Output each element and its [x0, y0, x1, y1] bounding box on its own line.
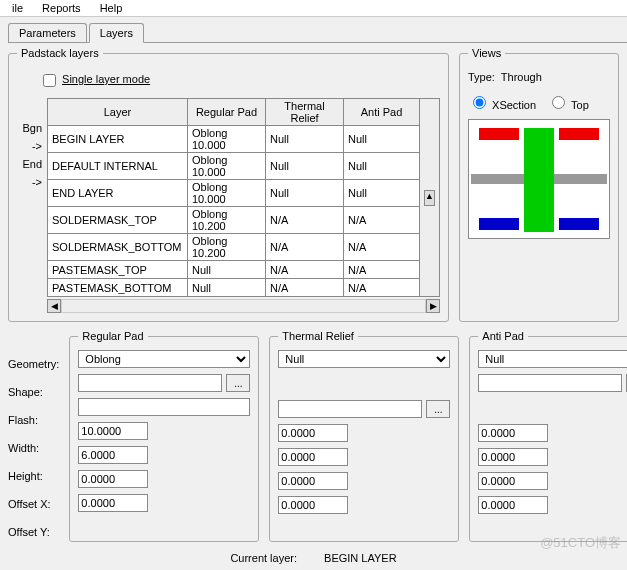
col-thermal[interactable]: Thermal Relief	[266, 99, 344, 126]
rowlabel-arrow-1[interactable]: ->	[17, 136, 47, 154]
rowlabel-7[interactable]	[17, 226, 47, 244]
regular-flash-input[interactable]	[78, 398, 250, 416]
menu-reports[interactable]: Reports	[34, 0, 89, 16]
table-row[interactable]: BEGIN LAYEROblong 10.000NullNull	[48, 126, 440, 153]
watermark: @51CTO博客	[540, 534, 621, 552]
table-row[interactable]: DEFAULT INTERNALOblong 10.000NullNull	[48, 153, 440, 180]
rowlabel-bgn[interactable]: Bgn	[17, 118, 47, 136]
tab-layers[interactable]: Layers	[89, 23, 144, 43]
table-row[interactable]: SOLDERMASK_BOTTOMOblong 10.200N/AN/A	[48, 234, 440, 261]
thermal-height-input[interactable]	[278, 448, 348, 466]
anti-legend: Anti Pad	[478, 330, 528, 342]
table-row[interactable]: SOLDERMASK_TOPOblong 10.200N/AN/A	[48, 207, 440, 234]
type-value: Through	[501, 71, 542, 83]
label-shape: Shape:	[8, 382, 59, 402]
thermal-geometry-select[interactable]: Null	[278, 350, 450, 368]
regular-height-input[interactable]	[78, 446, 148, 464]
hscrollbar[interactable]: ◀▶	[47, 299, 440, 313]
anti-height-input[interactable]	[478, 448, 548, 466]
rowlabel-5[interactable]	[17, 190, 47, 208]
anti-shape-input[interactable]	[478, 374, 622, 392]
radio-top[interactable]: Top	[547, 99, 589, 111]
thermal-oy-input[interactable]	[278, 496, 348, 514]
anti-ox-input[interactable]	[478, 472, 548, 490]
xsection-preview	[468, 119, 610, 239]
label-geometry: Geometry:	[8, 354, 59, 374]
rowlabel-end[interactable]: End	[17, 154, 47, 172]
label-height: Height:	[8, 466, 59, 486]
thermal-legend: Thermal Relief	[278, 330, 358, 342]
padstack-layers-group: Padstack layers Single layer mode Bgn ->…	[8, 47, 449, 322]
table-row[interactable]: END LAYEROblong 10.000NullNull	[48, 180, 440, 207]
thermal-flash-input[interactable]	[278, 400, 422, 418]
thermal-flash-browse[interactable]: ...	[426, 400, 450, 418]
single-layer-mode-label: Single layer mode	[62, 73, 150, 85]
regular-geometry-select[interactable]: Oblong	[78, 350, 250, 368]
regular-legend: Regular Pad	[78, 330, 147, 342]
label-flash: Flash:	[8, 410, 59, 430]
col-layer[interactable]: Layer	[48, 99, 188, 126]
single-layer-mode-checkbox[interactable]	[43, 74, 56, 87]
thermal-width-input[interactable]	[278, 424, 348, 442]
regular-shape-input[interactable]	[78, 374, 222, 392]
label-offsety: Offset Y:	[8, 522, 59, 542]
table-row[interactable]: PASTEMASK_BOTTOMNullN/AN/A	[48, 279, 440, 297]
regular-ox-input[interactable]	[78, 470, 148, 488]
anti-geometry-select[interactable]: Null	[478, 350, 627, 368]
row-label-column: Bgn -> End ->	[17, 98, 47, 297]
rowlabel-6[interactable]	[17, 208, 47, 226]
current-layer-row: Current layer: BEGIN LAYER	[8, 552, 619, 564]
menu-file[interactable]: ile	[4, 0, 31, 16]
tab-parameters[interactable]: Parameters	[8, 23, 87, 42]
layer-table[interactable]: Layer Regular Pad Thermal Relief Anti Pa…	[47, 98, 440, 297]
tab-row: Parameters Layers	[8, 23, 627, 43]
label-offsetx: Offset X:	[8, 494, 59, 514]
anti-pad-group: Anti Pad Null ...	[469, 330, 627, 542]
menu-help[interactable]: Help	[92, 0, 131, 16]
views-legend: Views	[468, 47, 505, 59]
label-width: Width:	[8, 438, 59, 458]
regular-width-input[interactable]	[78, 422, 148, 440]
current-layer-value: BEGIN LAYER	[324, 552, 397, 564]
regular-shape-browse[interactable]: ...	[226, 374, 250, 392]
col-regular[interactable]: Regular Pad	[188, 99, 266, 126]
regular-oy-input[interactable]	[78, 494, 148, 512]
padstack-legend: Padstack layers	[17, 47, 103, 59]
vscrollbar[interactable]: ▲	[420, 99, 440, 297]
radio-xsection[interactable]: XSection	[468, 99, 536, 111]
views-group: Views Type: Through XSection Top	[459, 47, 619, 322]
col-anti[interactable]: Anti Pad	[344, 99, 420, 126]
thermal-ox-input[interactable]	[278, 472, 348, 490]
regular-pad-group: Regular Pad Oblong ...	[69, 330, 259, 542]
type-label: Type:	[468, 71, 495, 83]
rowlabel-arrow-2[interactable]: ->	[17, 172, 47, 190]
table-row[interactable]: PASTEMASK_TOPNullN/AN/A	[48, 261, 440, 279]
anti-width-input[interactable]	[478, 424, 548, 442]
current-layer-label: Current layer:	[230, 552, 297, 564]
property-labels: Geometry: Shape: Flash: Width: Height: O…	[8, 330, 59, 542]
thermal-relief-group: Thermal Relief Null ...	[269, 330, 459, 542]
anti-oy-input[interactable]	[478, 496, 548, 514]
menu-bar: ile Reports Help	[0, 0, 627, 17]
